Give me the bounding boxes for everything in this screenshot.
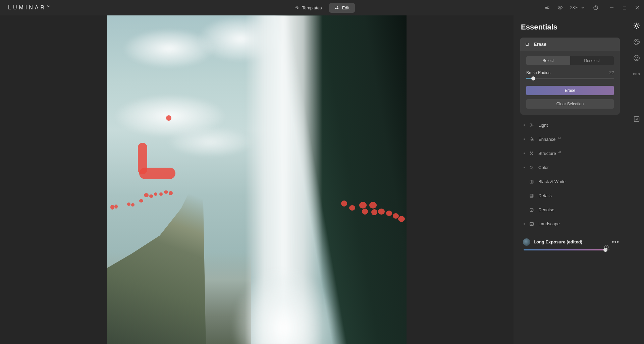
history-icon[interactable] — [604, 244, 609, 251]
tool-icon — [529, 221, 534, 227]
select-mode-segment: Select Deselect — [526, 56, 614, 65]
templates-tab[interactable]: Templates — [289, 3, 327, 13]
tool-label: Light — [538, 123, 548, 128]
brush-radius-label: Brush Radius — [526, 70, 550, 75]
erase-icon — [525, 42, 530, 47]
svg-point-29 — [638, 41, 638, 42]
window-maximize[interactable] — [623, 6, 627, 10]
tool-item-black-white[interactable]: Black & White — [520, 175, 620, 189]
essentials-category-icon[interactable] — [633, 22, 640, 30]
tool-item-landscape[interactable]: Landscape — [520, 217, 620, 231]
photo-canvas[interactable] — [107, 15, 407, 344]
brush-slider-thumb[interactable] — [531, 76, 535, 80]
tool-icon — [529, 207, 534, 213]
svg-rect-3 — [547, 7, 549, 8]
app-brand: LUMINAR — [8, 5, 46, 11]
tool-icon — [529, 193, 534, 198]
select-label: Select — [543, 58, 554, 63]
erase-button-label: Erase — [565, 88, 575, 93]
clear-selection-button[interactable]: Clear Selection — [526, 99, 614, 109]
svg-point-1 — [336, 8, 337, 9]
tool-label: Color — [538, 165, 549, 170]
compare-icon[interactable] — [545, 5, 550, 10]
zoom-dropdown[interactable]: 28% — [570, 5, 586, 10]
tool-label: Black & White — [538, 179, 566, 184]
tool-icon — [529, 136, 534, 142]
preset-amount-slider[interactable] — [524, 249, 610, 250]
svg-point-21 — [531, 209, 531, 209]
svg-point-30 — [634, 55, 640, 61]
brush-radius-value: 22 — [609, 70, 614, 75]
window-minimize[interactable] — [610, 6, 614, 10]
tool-item-color[interactable]: Color — [520, 161, 620, 175]
tool-item-structure[interactable]: Structure AI — [520, 146, 620, 160]
svg-point-14 — [531, 153, 532, 154]
svg-point-0 — [337, 7, 338, 7]
creative-category-icon[interactable] — [633, 38, 640, 46]
svg-point-10 — [530, 152, 531, 153]
tool-icon — [529, 179, 534, 184]
svg-rect-7 — [623, 6, 626, 9]
clear-selection-label: Clear Selection — [556, 102, 584, 106]
local-masking-icon[interactable] — [633, 115, 640, 123]
preview-icon[interactable] — [557, 5, 563, 10]
tool-label: Enhance AI — [538, 136, 560, 142]
svg-point-11 — [532, 152, 533, 153]
window-close[interactable] — [635, 6, 639, 10]
tool-active-dot — [524, 223, 525, 225]
tool-icon — [529, 165, 534, 170]
brush-radius-slider[interactable]: Brush Radius 22 — [526, 70, 614, 79]
tool-active-dot — [524, 138, 525, 140]
edit-label: Edit — [342, 5, 349, 10]
deselect-label: Deselect — [584, 58, 600, 63]
category-strip: PRO — [629, 15, 644, 344]
svg-point-26 — [635, 24, 638, 27]
tool-item-enhance[interactable]: Enhance AI — [520, 132, 620, 146]
tool-active-dot — [524, 153, 525, 154]
svg-point-28 — [636, 40, 637, 41]
svg-point-27 — [635, 41, 636, 42]
svg-point-22 — [532, 209, 532, 210]
tool-item-denoise[interactable]: Denoise — [520, 203, 620, 217]
edit-tab[interactable]: Edit — [329, 3, 355, 13]
tool-icon — [529, 122, 534, 128]
erase-panel-header[interactable]: Erase — [520, 38, 620, 51]
preset-footer: Long Exposure (edited) ••• — [520, 238, 620, 250]
zoom-value: 28% — [570, 5, 578, 10]
pro-category-label[interactable]: PRO — [633, 70, 640, 78]
tool-label: Structure AI — [538, 151, 561, 156]
erase-panel: Erase Select Deselect Brush Radius 22 — [520, 38, 620, 115]
app-brand-suffix: AI — [47, 4, 51, 7]
svg-rect-2 — [545, 7, 547, 8]
tool-label: Denoise — [538, 207, 554, 212]
portrait-category-icon[interactable] — [633, 54, 640, 62]
deselect-mode-button[interactable]: Deselect — [570, 56, 614, 65]
panel-title: Essentials — [521, 23, 620, 32]
preset-more-button[interactable]: ••• — [612, 239, 619, 245]
erase-title: Erase — [534, 42, 546, 47]
tool-label: Landscape — [538, 221, 560, 226]
svg-rect-20 — [530, 208, 533, 211]
svg-point-12 — [530, 154, 531, 155]
templates-label: Templates — [302, 5, 322, 10]
svg-point-23 — [531, 210, 532, 211]
svg-point-4 — [559, 7, 561, 8]
pro-label: PRO — [633, 72, 640, 76]
app-logo: LUMINAR AI — [8, 5, 51, 11]
tool-active-dot — [524, 167, 525, 168]
chevron-down-icon — [580, 5, 586, 10]
svg-rect-18 — [532, 180, 533, 183]
tool-item-light[interactable]: Light — [520, 118, 620, 132]
tool-item-details[interactable]: Details — [520, 189, 620, 203]
select-mode-button[interactable]: Select — [526, 56, 570, 65]
erase-button[interactable]: Erase — [526, 86, 614, 95]
right-panel: Essentials Erase Select Deselect — [514, 15, 629, 344]
canvas-area[interactable] — [0, 15, 514, 344]
topbar: LUMINAR AI Templates Edit 28% — [0, 0, 644, 15]
sparkle-icon — [294, 5, 299, 10]
help-icon[interactable] — [593, 5, 598, 10]
preset-thumbnail[interactable] — [523, 238, 530, 246]
preset-name: Long Exposure (edited) — [534, 239, 608, 244]
tool-active-dot — [524, 124, 525, 126]
tool-list: LightEnhance AIStructure AIColorBlack & … — [520, 118, 620, 231]
